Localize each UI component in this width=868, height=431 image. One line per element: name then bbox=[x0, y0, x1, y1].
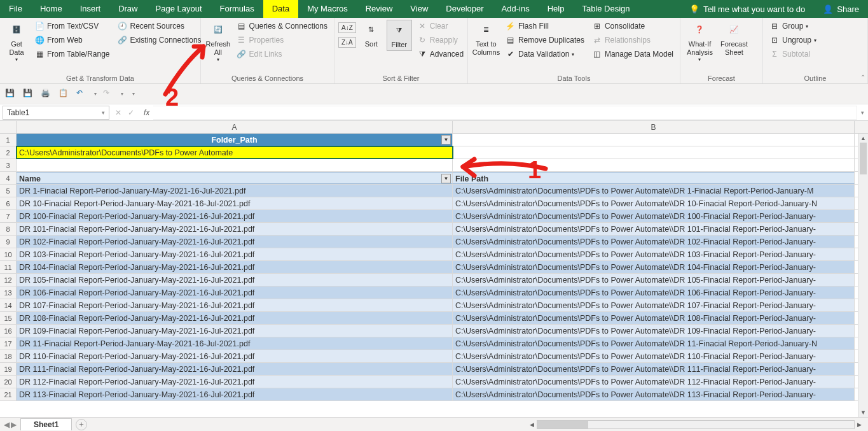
cell-filepath[interactable]: C:\Users\Administrator\Documents\PDFs to… bbox=[453, 337, 855, 350]
flash-fill-button[interactable]: ⚡Flash Fill bbox=[503, 20, 587, 32]
row-header[interactable]: 8 bbox=[0, 223, 17, 235]
row-header[interactable]: 13 bbox=[0, 286, 17, 299]
row-header[interactable]: 18 bbox=[0, 350, 17, 362]
name-box[interactable]: Table1 ▾ bbox=[3, 106, 109, 120]
cell-filepath[interactable]: C:\Users\Administrator\Documents\PDFs to… bbox=[453, 350, 855, 362]
cell-name[interactable]: DR 11-Finacial Report-Period-January-May… bbox=[17, 337, 453, 350]
cell[interactable] bbox=[17, 159, 453, 171]
get-data-button[interactable]: 🗄️ Get Data ▾ bbox=[4, 20, 29, 64]
existing-connections-button[interactable]: 🔗Existing Connections bbox=[115, 34, 204, 46]
row-header[interactable]: 3 bbox=[0, 159, 17, 171]
chevron-down-icon[interactable]: ▾ bbox=[94, 91, 97, 97]
properties-button[interactable]: ☰Properties bbox=[234, 34, 330, 46]
what-if-analysis-button[interactable]: ❓ What-If Analysis ▾ bbox=[684, 20, 715, 64]
chevron-down-icon[interactable]: ▾ bbox=[121, 91, 123, 97]
cell-name[interactable]: DR 109-Finacial Report-Period-January-Ma… bbox=[17, 325, 453, 337]
from-table-range-button[interactable]: ▦From Table/Range bbox=[32, 48, 113, 60]
paste-icon[interactable]: 📋 bbox=[59, 88, 70, 100]
menu-tab-formulas[interactable]: Formulas bbox=[211, 0, 263, 18]
from-web-button[interactable]: 🌐From Web bbox=[32, 34, 113, 46]
scroll-right-icon[interactable]: ▶ bbox=[855, 421, 864, 428]
column-header-B[interactable]: B bbox=[453, 121, 855, 133]
menu-tab-view[interactable]: View bbox=[401, 0, 437, 18]
collapse-ribbon-icon[interactable]: ⌃ bbox=[860, 74, 865, 81]
row-header[interactable]: 20 bbox=[0, 376, 17, 388]
subtotal-button[interactable]: ΣSubtotal bbox=[767, 48, 819, 60]
cell-name[interactable]: DR 107-Finacial Report-Period-January-Ma… bbox=[17, 299, 453, 311]
scroll-down-icon[interactable]: ▼ bbox=[858, 408, 868, 417]
consolidate-button[interactable]: ⊞Consolidate bbox=[589, 20, 676, 32]
remove-duplicates-button[interactable]: ▤Remove Duplicates bbox=[503, 34, 587, 46]
spreadsheet-grid[interactable]: A B 1Folder_Path▼2C:\Users\Administrator… bbox=[0, 121, 868, 417]
recent-sources-button[interactable]: 🕘Recent Sources bbox=[115, 20, 204, 32]
cell-filepath[interactable]: C:\Users\Administrator\Documents\PDFs to… bbox=[453, 325, 855, 337]
cell-filepath[interactable]: C:\Users\Administrator\Documents\PDFs to… bbox=[453, 363, 855, 375]
formula-input[interactable] bbox=[153, 106, 857, 120]
row-header[interactable]: 6 bbox=[0, 197, 17, 209]
menu-tab-review[interactable]: Review bbox=[357, 0, 402, 18]
cell-name[interactable]: DR 1-Finacial Report-Period-January-May-… bbox=[17, 185, 453, 197]
row-header[interactable]: 14 bbox=[0, 299, 17, 311]
menu-tab-help[interactable]: Help bbox=[539, 0, 574, 18]
scroll-left-icon[interactable]: ◀ bbox=[527, 421, 537, 428]
fx-icon[interactable]: fx bbox=[140, 108, 153, 117]
cell-name[interactable]: DR 104-Finacial Report-Period-January-Ma… bbox=[17, 261, 453, 273]
qat-more-icon[interactable]: ▾ bbox=[132, 91, 135, 97]
next-sheet-icon[interactable]: ▶ bbox=[11, 420, 17, 429]
cell-name[interactable]: DR 110-Finacial Report-Period-January-Ma… bbox=[17, 350, 453, 362]
refresh-all-button[interactable]: 🔄 Refresh All ▾ bbox=[205, 20, 231, 64]
cell-filepath[interactable]: C:\Users\Administrator\Documents\PDFs to… bbox=[453, 248, 855, 260]
row-header[interactable]: 21 bbox=[0, 388, 17, 400]
expand-formula-bar-icon[interactable]: ▾ bbox=[857, 110, 868, 116]
menu-tab-developer[interactable]: Developer bbox=[437, 0, 492, 18]
cell-name[interactable]: DR 105-Finacial Report-Period-January-Ma… bbox=[17, 274, 453, 286]
row-header[interactable]: 2 bbox=[0, 146, 17, 159]
row-header[interactable]: 17 bbox=[0, 337, 17, 350]
menu-tab-page-layout[interactable]: Page Layout bbox=[147, 0, 211, 18]
text-to-columns-button[interactable]: ≣ Text to Columns bbox=[472, 20, 500, 58]
save-icon[interactable]: 💾 bbox=[5, 88, 17, 100]
row-header[interactable]: 15 bbox=[0, 312, 17, 324]
row-header[interactable]: 16 bbox=[0, 325, 17, 337]
cell-name[interactable]: DR 112-Finacial Report-Period-January-Ma… bbox=[17, 376, 453, 388]
clear-button[interactable]: ✕Clear bbox=[415, 20, 466, 32]
cell-filepath[interactable]: C:\Users\Administrator\Documents\PDFs to… bbox=[453, 185, 855, 197]
cancel-formula-icon[interactable]: ✕ bbox=[115, 108, 121, 117]
row-header[interactable]: 10 bbox=[0, 248, 17, 260]
scroll-thumb[interactable] bbox=[860, 143, 867, 174]
redo-icon[interactable]: ↷ bbox=[103, 88, 114, 100]
row-header[interactable]: 5 bbox=[0, 185, 17, 197]
cell-filepath[interactable]: C:\Users\Administrator\Documents\PDFs to… bbox=[453, 261, 855, 273]
table-header-name[interactable]: Name▼ bbox=[17, 172, 453, 184]
add-sheet-button[interactable]: ＋ bbox=[76, 419, 87, 430]
table-header-filepath[interactable]: File Path bbox=[453, 172, 855, 184]
from-text-csv-button[interactable]: 📄From Text/CSV bbox=[32, 20, 113, 32]
cell[interactable] bbox=[453, 146, 855, 159]
sort-az-icon[interactable]: A↓Z bbox=[338, 22, 356, 33]
filter-button[interactable]: ⧩ Filter bbox=[387, 20, 412, 51]
row-header[interactable]: 7 bbox=[0, 210, 17, 222]
enter-formula-icon[interactable]: ✓ bbox=[128, 108, 134, 117]
row-header[interactable]: 11 bbox=[0, 261, 17, 273]
manage-data-model-button[interactable]: ◫Manage Data Model bbox=[589, 48, 676, 60]
menu-tab-draw[interactable]: Draw bbox=[109, 0, 146, 18]
cell-name[interactable]: DR 103-Finacial Report-Period-January-Ma… bbox=[17, 248, 453, 260]
cell[interactable] bbox=[453, 159, 855, 171]
filter-dropdown-icon[interactable]: ▼ bbox=[441, 174, 451, 183]
menu-tab-home[interactable]: Home bbox=[31, 0, 71, 18]
print-icon[interactable]: 🖨️ bbox=[41, 88, 52, 100]
cell-filepath[interactable]: C:\Users\Administrator\Documents\PDFs to… bbox=[453, 376, 855, 388]
cell-filepath[interactable]: C:\Users\Administrator\Documents\PDFs to… bbox=[453, 210, 855, 222]
header-folder-path[interactable]: Folder_Path▼ bbox=[17, 134, 453, 146]
data-validation-button[interactable]: ✔Data Validation ▾ bbox=[503, 48, 587, 60]
cell-name[interactable]: DR 100-Finacial Report-Period-January-Ma… bbox=[17, 210, 453, 222]
cell[interactable] bbox=[453, 134, 855, 146]
cell-filepath[interactable]: C:\Users\Administrator\Documents\PDFs to… bbox=[453, 197, 855, 209]
horizontal-scrollbar[interactable] bbox=[537, 420, 855, 429]
cell-filepath[interactable]: C:\Users\Administrator\Documents\PDFs to… bbox=[453, 312, 855, 324]
cell-name[interactable]: DR 111-Finacial Report-Period-January-Ma… bbox=[17, 363, 453, 375]
cell-name[interactable]: DR 113-Finacial Report-Period-January-Ma… bbox=[17, 388, 453, 400]
relationships-button[interactable]: ⇄Relationships bbox=[589, 34, 676, 46]
prev-sheet-icon[interactable]: ◀ bbox=[4, 420, 10, 429]
forecast-sheet-button[interactable]: 📈 Forecast Sheet bbox=[718, 20, 750, 58]
